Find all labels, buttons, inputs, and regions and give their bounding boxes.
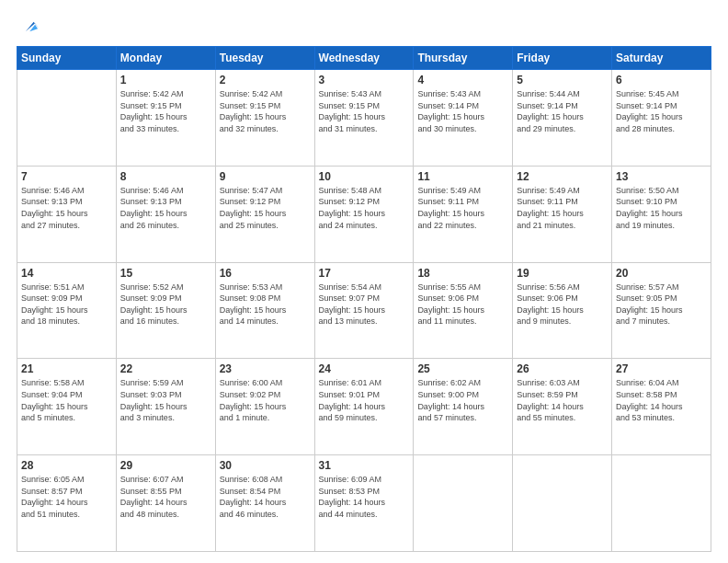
calendar-cell: 25Sunrise: 6:02 AM Sunset: 9:00 PM Dayli…	[414, 359, 513, 455]
day-number: 24	[319, 362, 410, 375]
day-number: 17	[319, 267, 410, 280]
day-number: 4	[417, 74, 508, 86]
calendar-cell: 15Sunrise: 5:52 AM Sunset: 9:09 PM Dayli…	[116, 262, 215, 359]
day-number: 18	[417, 267, 508, 280]
day-info: Sunrise: 5:43 AM Sunset: 9:15 PM Dayligh…	[319, 88, 410, 134]
calendar-cell: 29Sunrise: 6:07 AM Sunset: 8:55 PM Dayli…	[116, 455, 215, 552]
day-number: 29	[120, 459, 211, 472]
day-info: Sunrise: 6:01 AM Sunset: 9:01 PM Dayligh…	[319, 377, 410, 423]
day-number: 6	[616, 74, 707, 86]
calendar-header-day: Tuesday	[215, 47, 314, 70]
day-number: 27	[616, 362, 707, 375]
day-info: Sunrise: 5:59 AM Sunset: 9:03 PM Dayligh…	[120, 377, 211, 423]
calendar-cell: 24Sunrise: 6:01 AM Sunset: 9:01 PM Dayli…	[314, 359, 414, 455]
day-info: Sunrise: 5:45 AM Sunset: 9:14 PM Dayligh…	[616, 88, 707, 134]
day-info: Sunrise: 5:42 AM Sunset: 9:15 PM Dayligh…	[220, 88, 311, 134]
day-number: 23	[220, 362, 311, 375]
day-info: Sunrise: 6:05 AM Sunset: 8:57 PM Dayligh…	[21, 474, 112, 520]
day-number: 19	[517, 267, 608, 280]
calendar-header-row: SundayMondayTuesdayWednesdayThursdayFrid…	[17, 47, 711, 70]
day-number: 15	[120, 267, 211, 280]
day-number: 7	[21, 170, 112, 183]
logo	[17, 17, 40, 37]
day-info: Sunrise: 5:47 AM Sunset: 9:12 PM Dayligh…	[220, 185, 311, 231]
day-info: Sunrise: 6:07 AM Sunset: 8:55 PM Dayligh…	[120, 474, 211, 520]
page: SundayMondayTuesdayWednesdayThursdayFrid…	[0, 0, 728, 563]
calendar-cell: 23Sunrise: 6:00 AM Sunset: 9:02 PM Dayli…	[215, 359, 314, 455]
calendar-cell: 13Sunrise: 5:50 AM Sunset: 9:10 PM Dayli…	[612, 166, 711, 262]
day-info: Sunrise: 6:03 AM Sunset: 8:59 PM Dayligh…	[517, 377, 608, 423]
day-number: 13	[616, 170, 707, 183]
calendar-cell: 16Sunrise: 5:53 AM Sunset: 9:08 PM Dayli…	[215, 262, 314, 359]
day-info: Sunrise: 5:57 AM Sunset: 9:05 PM Dayligh…	[616, 282, 707, 327]
calendar-cell: 5Sunrise: 5:44 AM Sunset: 9:14 PM Daylig…	[513, 70, 612, 167]
day-info: Sunrise: 5:49 AM Sunset: 9:11 PM Dayligh…	[517, 185, 608, 231]
day-number: 25	[417, 362, 508, 375]
calendar-cell: 30Sunrise: 6:08 AM Sunset: 8:54 PM Dayli…	[215, 455, 314, 552]
calendar-cell	[513, 455, 612, 552]
day-info: Sunrise: 5:51 AM Sunset: 9:09 PM Dayligh…	[21, 282, 112, 327]
day-number: 14	[21, 267, 112, 280]
day-info: Sunrise: 5:55 AM Sunset: 9:06 PM Dayligh…	[417, 282, 508, 327]
day-number: 10	[319, 170, 410, 183]
calendar-cell: 17Sunrise: 5:54 AM Sunset: 9:07 PM Dayli…	[314, 262, 414, 359]
day-info: Sunrise: 5:44 AM Sunset: 9:14 PM Dayligh…	[517, 88, 608, 134]
calendar-cell: 9Sunrise: 5:47 AM Sunset: 9:12 PM Daylig…	[215, 166, 314, 262]
day-info: Sunrise: 5:48 AM Sunset: 9:12 PM Dayligh…	[319, 185, 410, 231]
day-info: Sunrise: 5:53 AM Sunset: 9:08 PM Dayligh…	[220, 282, 311, 327]
calendar-cell: 19Sunrise: 5:56 AM Sunset: 9:06 PM Dayli…	[513, 262, 612, 359]
calendar-week-row: 21Sunrise: 5:58 AM Sunset: 9:04 PM Dayli…	[17, 359, 711, 455]
day-number: 11	[417, 170, 508, 183]
calendar-cell: 1Sunrise: 5:42 AM Sunset: 9:15 PM Daylig…	[116, 70, 215, 167]
calendar-header-day: Sunday	[17, 47, 117, 70]
calendar-header-day: Thursday	[414, 47, 513, 70]
calendar-week-row: 14Sunrise: 5:51 AM Sunset: 9:09 PM Dayli…	[17, 262, 711, 359]
day-number: 16	[220, 267, 311, 280]
calendar-cell: 11Sunrise: 5:49 AM Sunset: 9:11 PM Dayli…	[414, 166, 513, 262]
day-number: 22	[120, 362, 211, 375]
day-info: Sunrise: 5:54 AM Sunset: 9:07 PM Dayligh…	[319, 282, 410, 327]
calendar-cell: 20Sunrise: 5:57 AM Sunset: 9:05 PM Dayli…	[612, 262, 711, 359]
day-info: Sunrise: 6:02 AM Sunset: 9:00 PM Dayligh…	[417, 377, 508, 423]
day-info: Sunrise: 5:58 AM Sunset: 9:04 PM Dayligh…	[21, 377, 112, 423]
calendar-cell	[612, 455, 711, 552]
day-number: 20	[616, 267, 707, 280]
calendar-cell: 7Sunrise: 5:46 AM Sunset: 9:13 PM Daylig…	[17, 166, 117, 262]
day-number: 3	[319, 74, 410, 86]
calendar-cell: 18Sunrise: 5:55 AM Sunset: 9:06 PM Dayli…	[414, 262, 513, 359]
calendar-cell	[414, 455, 513, 552]
calendar-header-day: Saturday	[612, 47, 711, 70]
day-number: 2	[220, 74, 311, 86]
header	[17, 17, 711, 37]
calendar-cell: 14Sunrise: 5:51 AM Sunset: 9:09 PM Dayli…	[17, 262, 117, 359]
calendar-week-row: 7Sunrise: 5:46 AM Sunset: 9:13 PM Daylig…	[17, 166, 711, 262]
calendar-cell: 6Sunrise: 5:45 AM Sunset: 9:14 PM Daylig…	[612, 70, 711, 167]
day-info: Sunrise: 5:50 AM Sunset: 9:10 PM Dayligh…	[616, 185, 707, 231]
day-info: Sunrise: 5:42 AM Sunset: 9:15 PM Dayligh…	[120, 88, 211, 134]
logo-icon	[20, 17, 40, 37]
day-info: Sunrise: 6:04 AM Sunset: 8:58 PM Dayligh…	[616, 377, 707, 423]
calendar-cell: 12Sunrise: 5:49 AM Sunset: 9:11 PM Dayli…	[513, 166, 612, 262]
day-number: 26	[517, 362, 608, 375]
calendar-cell: 4Sunrise: 5:43 AM Sunset: 9:14 PM Daylig…	[414, 70, 513, 167]
day-info: Sunrise: 5:49 AM Sunset: 9:11 PM Dayligh…	[417, 185, 508, 231]
day-number: 28	[21, 459, 112, 472]
day-info: Sunrise: 6:00 AM Sunset: 9:02 PM Dayligh…	[220, 377, 311, 423]
calendar-cell	[17, 70, 117, 167]
day-info: Sunrise: 5:43 AM Sunset: 9:14 PM Dayligh…	[417, 88, 508, 134]
day-info: Sunrise: 6:09 AM Sunset: 8:53 PM Dayligh…	[319, 474, 410, 520]
calendar-cell: 27Sunrise: 6:04 AM Sunset: 8:58 PM Dayli…	[612, 359, 711, 455]
day-info: Sunrise: 5:52 AM Sunset: 9:09 PM Dayligh…	[120, 282, 211, 327]
calendar-cell: 26Sunrise: 6:03 AM Sunset: 8:59 PM Dayli…	[513, 359, 612, 455]
day-number: 12	[517, 170, 608, 183]
day-number: 9	[220, 170, 311, 183]
calendar-week-row: 28Sunrise: 6:05 AM Sunset: 8:57 PM Dayli…	[17, 455, 711, 552]
calendar-cell: 8Sunrise: 5:46 AM Sunset: 9:13 PM Daylig…	[116, 166, 215, 262]
calendar-cell: 2Sunrise: 5:42 AM Sunset: 9:15 PM Daylig…	[215, 70, 314, 167]
day-number: 5	[517, 74, 608, 86]
day-number: 8	[120, 170, 211, 183]
calendar-cell: 31Sunrise: 6:09 AM Sunset: 8:53 PM Dayli…	[314, 455, 414, 552]
calendar-table: SundayMondayTuesdayWednesdayThursdayFrid…	[17, 46, 711, 552]
day-info: Sunrise: 5:46 AM Sunset: 9:13 PM Dayligh…	[120, 185, 211, 231]
day-info: Sunrise: 5:56 AM Sunset: 9:06 PM Dayligh…	[517, 282, 608, 327]
